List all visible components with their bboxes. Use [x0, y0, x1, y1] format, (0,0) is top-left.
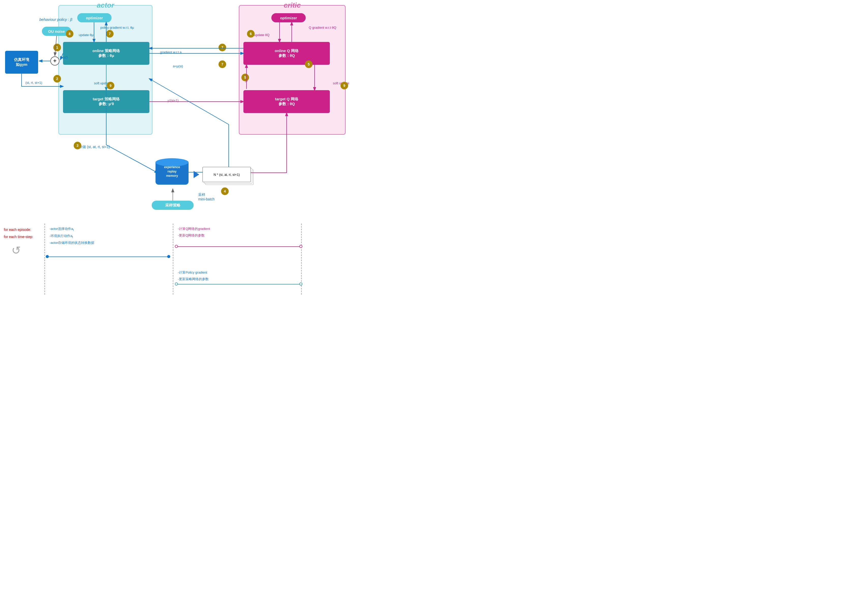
badge-9a: 9	[107, 82, 114, 90]
sim-env-box: 仿真环境 如gym	[5, 51, 38, 74]
online-policy-box: online 策略网络 参数：θμ	[63, 42, 149, 65]
badge-5b: 5	[305, 60, 313, 68]
online-q-box: online Q 网络 参数：θQ	[243, 42, 330, 65]
minibatch-main-box: N * (si, ai, ri, si+1)	[203, 167, 251, 182]
diagram: actor critic behaviour policy : β OU noi…	[0, 0, 434, 302]
behaviour-policy-label: behaviour policy : β	[39, 17, 72, 22]
actor-line-circle-right	[167, 255, 170, 258]
target-q-box: target Q 网络 参数：θQ	[243, 90, 330, 113]
actor-line-circle-left	[46, 255, 49, 258]
dashed-line-2	[173, 224, 173, 295]
badge-9b: 9	[340, 82, 348, 90]
badge-7b: 7	[218, 44, 226, 51]
critic-optimizer-box: optimizer	[271, 13, 306, 22]
actor-panel	[59, 5, 152, 135]
policy-timeline-line	[175, 284, 300, 284]
sampling-strategy-box: 采样策略	[152, 201, 193, 210]
policy-line-circle-right	[299, 283, 302, 286]
refresh-icon: ↻	[11, 244, 21, 257]
critic-update-text: -计算Q网络的gradient -更新Q网络的参数	[178, 226, 210, 239]
badge-4: 4	[221, 187, 229, 195]
store-label: 存储 (st, at, rt, st+1)	[79, 145, 110, 149]
mu-st-label: μ(st)	[60, 56, 68, 59]
policy-line-circle-left	[175, 283, 178, 286]
update-theta-q-label: update θQ	[254, 33, 269, 37]
badge-5a: 5	[241, 74, 249, 81]
play-icon	[193, 171, 199, 178]
at-label: at	[24, 59, 27, 62]
actor-steps-text: -actor选择动作at -环境执行动作at -actor存储环境的状态转换数据	[50, 226, 94, 246]
critic-title: critic	[239, 1, 345, 9]
policy-gradient-label: policy gradient w.r.t. θμ	[101, 25, 134, 30]
policy-update-text: -计算Policy gradient -更新策略网络的参数	[178, 269, 209, 283]
badge-7a: 7	[106, 30, 114, 37]
actor-optimizer-box: optimizer	[77, 13, 111, 22]
badge-7c: 7	[218, 60, 226, 68]
actor-title: actor	[59, 1, 152, 9]
critic-timeline-line	[175, 246, 300, 247]
st-rt-label: (st, rt, st+1)	[25, 81, 42, 85]
sampling-minibatch-label: 采样mini-batch	[198, 193, 215, 201]
plus-circle: +	[50, 56, 59, 65]
gradient-wrt-a-label: gradient w.r.t a	[160, 50, 182, 54]
for-each-episode: for each episode: for each time-step:	[4, 226, 33, 240]
actor-timeline-line	[46, 257, 170, 257]
target-policy-box: target 策略网络 参数: μ'θ	[63, 90, 149, 113]
critic-line-circle-right	[299, 245, 302, 248]
badge-8: 8	[66, 30, 73, 37]
update-theta-mu-label: update θμ	[79, 33, 93, 37]
badge-1: 1	[53, 44, 61, 51]
mu-prime-label: μ'(si+1)	[168, 99, 179, 102]
badge-3: 3	[74, 142, 81, 149]
q-gradient-label: Q gradient w.r.t θQ	[309, 25, 336, 30]
a-eq-mu-label: a=μ(si)	[173, 64, 183, 68]
critic-line-circle-left	[175, 245, 178, 248]
dashed-line-1	[45, 224, 45, 295]
critic-panel	[239, 5, 345, 135]
badge-6: 6	[247, 30, 255, 37]
replay-memory: experiencereplaymemory	[156, 156, 189, 189]
badge-2: 2	[53, 75, 61, 82]
